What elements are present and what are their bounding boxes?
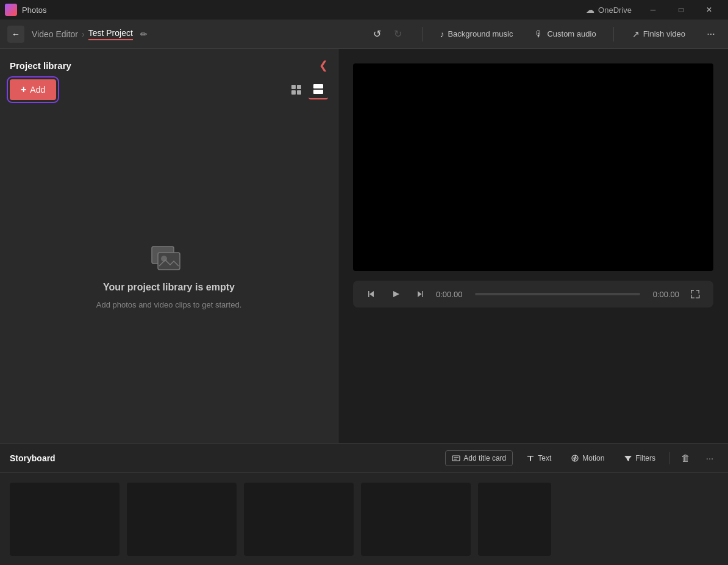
view-large-button[interactable] [309, 80, 328, 99]
add-title-card-button[interactable]: Add title card [445, 450, 513, 466]
more-options-button[interactable]: ··· [701, 24, 721, 44]
header-divider-2 [613, 27, 614, 41]
svg-rect-9 [452, 456, 460, 461]
storyboard-item[interactable] [244, 483, 354, 556]
svg-rect-0 [291, 85, 296, 89]
fullscreen-button[interactable] [687, 286, 704, 303]
app-icon [5, 4, 17, 16]
svg-rect-1 [297, 85, 301, 89]
motion-label: Motion [582, 454, 604, 462]
onedrive-icon: ☁ [586, 5, 594, 15]
storyboard-header: Storyboard Add title card Text Motion [0, 444, 728, 473]
video-controls: 0:00.00 0:00.00 [353, 281, 713, 308]
music-icon: ♪ [440, 29, 444, 39]
redo-button[interactable]: ↻ [388, 24, 407, 44]
storyboard-item[interactable] [127, 483, 237, 556]
undo-redo-controls: ↺ ↻ [367, 24, 407, 44]
finish-video-button[interactable]: ↗ Finish video [624, 26, 694, 43]
text-button[interactable]: Text [520, 451, 557, 466]
video-preview-panel: 0:00.00 0:00.00 [338, 49, 728, 443]
storyboard-content [0, 473, 728, 565]
filters-button[interactable]: Filters [618, 451, 662, 466]
motion-icon [571, 454, 579, 462]
svg-rect-5 [313, 90, 323, 94]
filters-label: Filters [635, 454, 655, 462]
current-time: 0:00.00 [436, 290, 468, 299]
header-divider [422, 27, 423, 41]
view-small-button[interactable] [287, 80, 306, 99]
storyboard-divider [669, 452, 669, 464]
app-header: ← Video Editor › Test Project ✏ ↺ ↻ ♪ Ba… [0, 20, 728, 49]
storyboard-more-button[interactable]: ··· [701, 450, 718, 467]
undo-button[interactable]: ↺ [367, 24, 387, 44]
text-icon [526, 454, 535, 462]
panel-header: Project library ❮ [0, 49, 338, 79]
add-title-card-label: Add title card [463, 454, 506, 462]
svg-rect-4 [313, 84, 323, 88]
svg-rect-7 [158, 253, 180, 270]
storyboard-item[interactable] [478, 483, 551, 556]
storyboard-panel: Storyboard Add title card Text Motion [0, 443, 728, 565]
background-music-button[interactable]: ♪ Background music [432, 26, 520, 43]
next-frame-button[interactable] [412, 286, 429, 303]
export-icon: ↗ [632, 29, 640, 39]
filters-icon [624, 454, 632, 462]
delete-button[interactable]: 🗑 [677, 450, 694, 467]
storyboard-title: Storyboard [10, 453, 55, 463]
previous-frame-button[interactable] [363, 286, 380, 303]
text-label: Text [538, 454, 551, 462]
collapse-panel-button[interactable]: ❮ [319, 59, 328, 72]
play-button[interactable] [387, 286, 404, 303]
titlebar: Photos ☁ OneDrive ─ □ ✕ [0, 0, 728, 20]
empty-state: Your project library is empty Add photos… [0, 107, 338, 443]
close-button[interactable]: ✕ [695, 0, 723, 20]
video-preview [353, 63, 713, 271]
total-time: 0:00.00 [648, 290, 679, 299]
add-icon: + [21, 84, 26, 95]
grid-large-icon [313, 84, 324, 95]
add-label: Add [30, 85, 45, 95]
finish-video-label: Finish video [643, 29, 685, 38]
breadcrumb-parent[interactable]: Video Editor [32, 29, 78, 39]
motion-button[interactable]: Motion [565, 451, 610, 466]
edit-title-icon[interactable]: ✏ [140, 29, 148, 39]
svg-rect-3 [297, 90, 301, 95]
titlebar-left: Photos [5, 4, 46, 16]
empty-subtitle: Add photos and video clips to get starte… [96, 300, 242, 309]
grid-small-icon [291, 84, 302, 95]
audio-icon: 🎙 [535, 29, 543, 39]
custom-audio-button[interactable]: 🎙 Custom audio [527, 26, 603, 43]
breadcrumb: Video Editor › Test Project [32, 28, 133, 40]
title-card-icon [452, 454, 460, 462]
background-music-label: Background music [448, 29, 513, 38]
minimize-button[interactable]: ─ [639, 0, 667, 20]
onedrive-label: OneDrive [598, 5, 632, 15]
titlebar-controls: ☁ OneDrive ─ □ ✕ [586, 0, 723, 20]
panel-toolbar: + Add [0, 79, 338, 107]
maximize-button[interactable]: □ [667, 0, 695, 20]
back-button[interactable]: ← [7, 26, 24, 43]
storyboard-item[interactable] [10, 483, 120, 556]
panel-title: Project library [10, 60, 71, 71]
svg-rect-2 [291, 90, 296, 95]
breadcrumb-current: Test Project [88, 28, 133, 40]
progress-bar[interactable] [475, 293, 640, 295]
view-toggle [287, 80, 328, 99]
add-media-button[interactable]: + Add [10, 79, 56, 100]
app-name: Photos [22, 5, 46, 15]
main-content: Project library ❮ + Add [0, 49, 728, 443]
custom-audio-label: Custom audio [547, 29, 596, 38]
breadcrumb-separator: › [82, 29, 85, 39]
empty-icon [151, 242, 187, 275]
project-library-panel: Project library ❮ + Add [0, 49, 338, 443]
storyboard-item[interactable] [361, 483, 471, 556]
empty-title: Your project library is empty [103, 282, 235, 293]
